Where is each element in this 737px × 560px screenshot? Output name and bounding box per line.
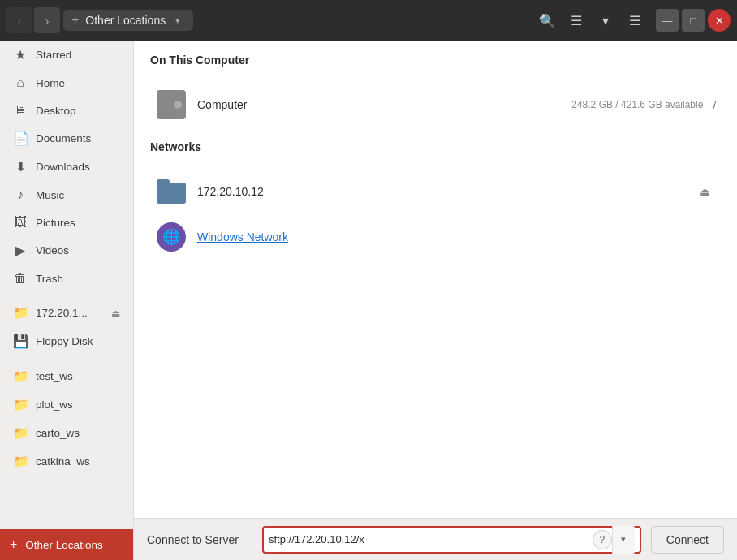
- floppy-icon: 💾: [13, 334, 28, 349]
- other-locations-label: Other Locations: [25, 539, 102, 551]
- sidebar-item-label: Documents: [36, 132, 120, 144]
- sidebar-item-carto-ws[interactable]: 📁 carto_ws: [3, 420, 130, 446]
- location-bar[interactable]: + Other Locations ▾: [63, 10, 193, 31]
- search-button[interactable]: 🔍: [534, 7, 560, 33]
- sidebar: ★ Starred ⌂ Home 🖥 Desktop 📄 Documents ⬇…: [0, 41, 134, 560]
- music-icon: ♪: [13, 187, 28, 202]
- sidebar-item-label: Desktop: [36, 105, 120, 117]
- sidebar-item-documents[interactable]: 📄 Documents: [3, 125, 130, 152]
- sidebar-item-home[interactable]: ⌂ Home: [3, 70, 130, 96]
- minimize-button[interactable]: —: [656, 9, 679, 32]
- sidebar-item-label: Trash: [36, 273, 120, 285]
- computer-info: 248.2 GB / 421.6 GB available: [571, 99, 703, 110]
- network-icon: 🌐: [155, 221, 187, 253]
- folder-icon: 📁: [13, 425, 28, 441]
- windows-network-item[interactable]: 🌐 Windows Network: [150, 214, 721, 260]
- folder-icon: 📁: [13, 397, 28, 412]
- folder-icon: [155, 175, 187, 208]
- documents-icon: 📄: [13, 131, 28, 146]
- sidebar-item-downloads[interactable]: ⬇ Downloads: [3, 153, 130, 180]
- sidebar-item-label: catkina_ws: [36, 455, 120, 467]
- folder-icon: 📁: [13, 454, 28, 469]
- home-icon: ⌂: [13, 75, 28, 90]
- folder-icon: 📁: [13, 368, 28, 384]
- sidebar-item-label: Videos: [36, 244, 120, 256]
- location-chevron-icon: ▾: [175, 15, 180, 26]
- computer-icon: [155, 88, 187, 121]
- sidebar-item-plot-ws[interactable]: 📁 plot_ws: [3, 391, 130, 418]
- sidebar-item-pictures[interactable]: 🖼 Pictures: [3, 209, 130, 235]
- computer-name: Computer: [197, 98, 562, 111]
- network-item-name: 172.20.10.12: [197, 185, 683, 198]
- on-this-computer-title: On This Computer: [150, 54, 721, 67]
- sidebar-item-label: 172.20.1...: [36, 307, 103, 319]
- sidebar-item-trash[interactable]: 🗑 Trash: [3, 265, 130, 291]
- new-tab-icon: +: [71, 13, 79, 28]
- server-url-input-wrap: ? ▾: [262, 526, 641, 554]
- trash-icon: 🗑: [13, 271, 28, 286]
- pictures-icon: 🖼: [13, 215, 28, 230]
- view-list-button[interactable]: ☰: [563, 7, 589, 33]
- maximize-button[interactable]: □: [682, 9, 705, 32]
- network-eject-button[interactable]: ⏏: [693, 180, 716, 203]
- forward-button[interactable]: ›: [34, 7, 60, 33]
- star-icon: ★: [13, 47, 28, 62]
- back-button[interactable]: ‹: [6, 7, 32, 33]
- windows-network-name: Windows Network: [197, 230, 716, 243]
- sidebar-item-floppy[interactable]: 💾 Floppy Disk: [3, 328, 130, 355]
- divider: [150, 75, 721, 75]
- desktop-icon: 🖥: [13, 103, 28, 118]
- connect-dropdown-button[interactable]: ▾: [612, 526, 635, 554]
- divider: [150, 162, 721, 162]
- sidebar-item-starred[interactable]: ★ Starred: [3, 41, 130, 68]
- computer-item[interactable]: Computer 248.2 GB / 421.6 GB available /: [150, 82, 721, 127]
- server-url-input[interactable]: [269, 533, 593, 545]
- other-locations-footer-item[interactable]: + Other Locations: [0, 529, 133, 560]
- app-body: ★ Starred ⌂ Home 🖥 Desktop 📄 Documents ⬇…: [0, 41, 737, 560]
- sidebar-item-label: plot_ws: [36, 398, 120, 411]
- sidebar-item-catkina-ws[interactable]: 📁 catkina_ws: [3, 448, 130, 475]
- sidebar-footer: + Other Locations: [0, 529, 133, 560]
- downloads-icon: ⬇: [13, 159, 28, 174]
- sidebar-item-label: Music: [36, 189, 120, 201]
- nav-buttons: ‹ ›: [6, 7, 60, 33]
- sidebar-item-label: Starred: [36, 49, 120, 61]
- computer-path: /: [713, 99, 716, 111]
- menu-button[interactable]: ☰: [622, 7, 648, 33]
- sidebar-item-test-ws[interactable]: 📁 test_ws: [3, 363, 130, 390]
- sidebar-item-label: carto_ws: [36, 427, 120, 439]
- network-folder-icon: 📁: [13, 305, 28, 321]
- hdd-icon: [157, 90, 186, 119]
- sidebar-item-label: test_ws: [36, 370, 120, 382]
- sidebar-item-label: Downloads: [36, 161, 120, 173]
- sidebar-item-label: Floppy Disk: [36, 335, 120, 347]
- connect-button[interactable]: Connect: [651, 526, 724, 554]
- eject-button[interactable]: ⏏: [111, 308, 120, 319]
- bottom-bar: Connect to Server ? ▾ Connect: [134, 518, 737, 560]
- location-label: Other Locations: [85, 14, 166, 27]
- sidebar-item-videos[interactable]: ▶ Videos: [3, 237, 130, 264]
- main-area: On This Computer Computer 248.2 GB / 421…: [134, 41, 737, 560]
- sidebar-item-label: Home: [36, 77, 120, 89]
- titlebar: ‹ › + Other Locations ▾ 🔍 ☰ ▾ ☰ — □ ✕: [0, 0, 737, 41]
- view-toggle-button[interactable]: ▾: [593, 7, 618, 33]
- connect-help-button[interactable]: ?: [593, 530, 612, 549]
- networks-title: Networks: [150, 140, 721, 153]
- close-button[interactable]: ✕: [708, 9, 731, 32]
- sidebar-item-desktop[interactable]: 🖥 Desktop: [3, 97, 130, 123]
- connect-to-server-label: Connect to Server: [147, 533, 252, 546]
- main-content: On This Computer Computer 248.2 GB / 421…: [134, 41, 737, 518]
- network-mount-item[interactable]: 172.20.10.12 ⏏: [150, 169, 721, 214]
- videos-icon: ▶: [13, 243, 28, 258]
- plus-icon: +: [10, 537, 17, 552]
- sidebar-item-network-mount[interactable]: 📁 172.20.1... ⏏: [3, 299, 130, 326]
- sidebar-item-music[interactable]: ♪ Music: [3, 182, 130, 208]
- sidebar-item-label: Pictures: [36, 217, 120, 229]
- network-globe-icon: 🌐: [157, 222, 186, 252]
- window-controls: — □ ✕: [656, 9, 731, 32]
